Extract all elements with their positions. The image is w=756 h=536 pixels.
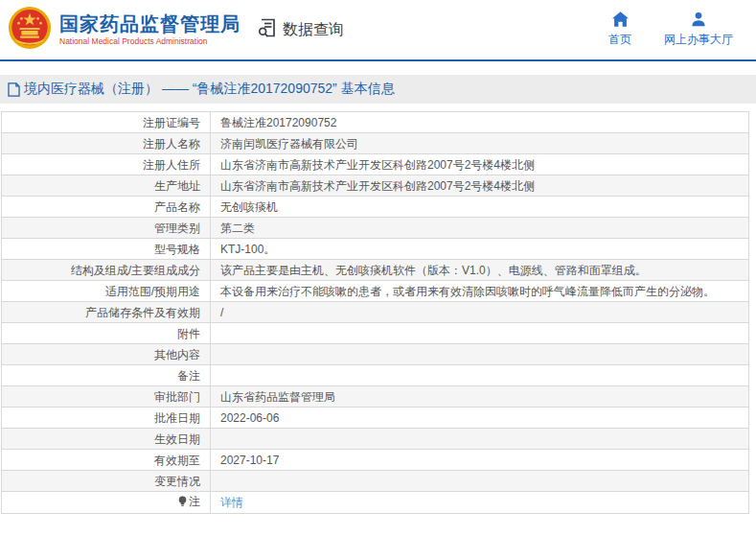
row-value: 鲁械注准20172090752: [211, 112, 749, 133]
row-label: 生效日期: [2, 429, 211, 450]
row-value: [211, 429, 749, 450]
national-emblem-logo: [8, 6, 52, 54]
row-label: 变更情况: [2, 471, 211, 492]
table-row: 备注: [2, 365, 749, 386]
row-value: 山东省济南市高新技术产业开发区科创路2007号2号楼4楼北侧: [211, 154, 749, 175]
row-label: 产品储存条件及有效期: [2, 302, 211, 323]
row-value: 山东省药品监督管理局: [211, 386, 749, 408]
row-label: 注册人名称: [2, 133, 211, 154]
row-value: 无创咳痰机: [211, 197, 749, 218]
page-title: 境内医疗器械（注册） —— “鲁械注准20172090752” 基本信息: [24, 81, 395, 98]
row-value: [211, 344, 749, 365]
table-row: 产品储存条件及有效期/: [2, 302, 749, 323]
row-value: 该产品主要是由主机、无创咳痰机软件（版本：V1.0）、电源线、管路和面罩组成。: [211, 260, 749, 281]
row-label: 产品名称: [2, 197, 211, 218]
data-query-menu[interactable]: 数据查询: [256, 16, 344, 43]
top-nav: 首页 网上办事大厅: [608, 12, 733, 48]
home-icon: [612, 12, 629, 30]
row-value: [211, 471, 749, 492]
row-label: 型号规格: [2, 239, 211, 260]
row-label: 备注: [2, 365, 211, 386]
row-label: 适用范围/预期用途: [2, 281, 211, 302]
header: 国家药品监督管理局 National Medical Products Admi…: [0, 0, 756, 61]
table-row: 变更情况: [2, 471, 749, 492]
row-value: KTJ-100。: [211, 239, 749, 260]
detail-link[interactable]: 详情: [220, 496, 243, 509]
table-row: 注册人住所山东省济南市高新技术产业开发区科创路2007号2号楼4楼北侧: [2, 154, 749, 175]
nav-online-service-hall[interactable]: 网上办事大厅: [664, 12, 733, 48]
row-label: 其他内容: [2, 344, 211, 365]
brand: 国家药品监督管理局 National Medical Products Admi…: [59, 12, 241, 47]
nav-home[interactable]: 首页: [608, 12, 631, 48]
registration-info-table: 注册证编号鲁械注准20172090752注册人名称济南闰凯医疗器械有限公司注册人…: [1, 111, 749, 514]
table-row: 其他内容: [2, 344, 749, 365]
row-label: 附件: [2, 323, 211, 344]
data-query-label: 数据查询: [283, 20, 344, 40]
row-value: [211, 365, 749, 386]
table-row: 结构及组成/主要组成成分该产品主要是由主机、无创咳痰机软件（版本：V1.0）、电…: [2, 260, 749, 281]
row-value: /: [211, 302, 749, 323]
row-label: 有效期至: [2, 450, 211, 471]
row-value: [211, 323, 749, 344]
nav-home-label: 首页: [608, 32, 631, 48]
row-label: 注册人住所: [2, 154, 211, 175]
table-row: 有效期至2027-10-17: [2, 450, 749, 471]
table-row: 注册证编号鲁械注准20172090752: [2, 112, 749, 133]
table-row: 管理类别第二类: [2, 218, 749, 239]
table-row: 注详情: [2, 492, 749, 514]
row-label: 注: [2, 492, 211, 514]
page-icon: [8, 82, 20, 97]
row-label: 审批部门: [2, 386, 211, 408]
row-value: 2027-10-17: [211, 450, 749, 471]
site-title: 国家药品监督管理局: [59, 12, 241, 35]
row-value: 第二类: [211, 218, 749, 239]
table-row: 注册人名称济南闰凯医疗器械有限公司: [2, 133, 749, 154]
row-value: 详情: [211, 492, 749, 514]
table-row: 型号规格KTJ-100。: [2, 239, 749, 260]
table-row: 适用范围/预期用途本设备用来治疗不能咳嗽的患者，或者用来有效清除因咳嗽时的呼气峰…: [2, 281, 749, 302]
site-subtitle: National Medical Products Administration: [59, 35, 241, 47]
table-row: 生效日期: [2, 429, 749, 450]
row-label: 结构及组成/主要组成成分: [2, 260, 211, 281]
document-search-icon: [256, 16, 279, 43]
table-row: 批准日期2022-06-06: [2, 408, 749, 429]
row-label: 批准日期: [2, 408, 211, 429]
person-icon: [691, 12, 706, 30]
table-row: 产品名称无创咳痰机: [2, 197, 749, 218]
lightbulb-icon: [178, 496, 187, 511]
breadcrumb: 境内医疗器械（注册） —— “鲁械注准20172090752” 基本信息: [0, 75, 756, 104]
row-value: 济南闰凯医疗器械有限公司: [211, 133, 749, 154]
row-value: 本设备用来治疗不能咳嗽的患者，或者用来有效清除因咳嗽时的呼气峰流量降低而产生的分…: [211, 281, 749, 302]
row-label: 生产地址: [2, 175, 211, 197]
row-value: 山东省济南市高新技术产业开发区科创路2007号2号楼4楼北侧: [211, 175, 749, 197]
row-label: 管理类别: [2, 218, 211, 239]
table-row: 生产地址山东省济南市高新技术产业开发区科创路2007号2号楼4楼北侧: [2, 175, 749, 197]
row-value: 2022-06-06: [211, 408, 749, 429]
table-row: 审批部门山东省药品监督管理局: [2, 386, 749, 408]
row-label: 注册证编号: [2, 112, 211, 133]
table-row: 附件: [2, 323, 749, 344]
nav-online-service-hall-label: 网上办事大厅: [664, 32, 733, 48]
